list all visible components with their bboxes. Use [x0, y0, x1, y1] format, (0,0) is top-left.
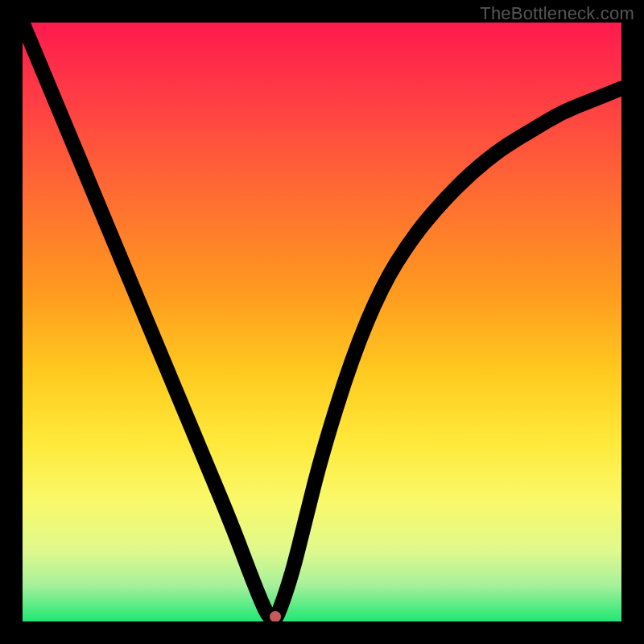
chart-frame: TheBottleneck.com [0, 0, 644, 644]
optimal-point-marker [270, 611, 281, 621]
watermark-text: TheBottleneck.com [480, 3, 634, 24]
plot-area [23, 23, 621, 621]
bottleneck-curve [23, 23, 621, 621]
